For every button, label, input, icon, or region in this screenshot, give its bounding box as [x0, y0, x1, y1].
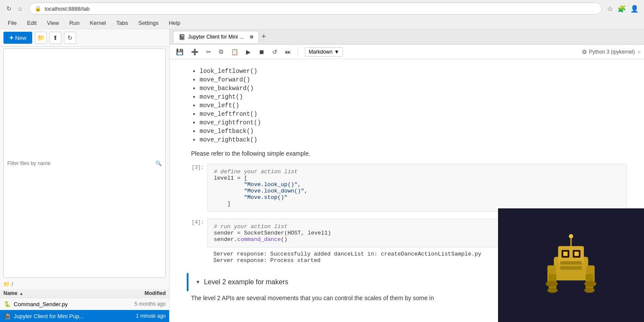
skip-button[interactable]: ⏭	[282, 47, 294, 57]
run-button[interactable]: ▶	[243, 47, 254, 57]
cell-3-label: [3]:	[187, 164, 204, 171]
folder-icon-breadcrumb: 📁	[3, 281, 10, 287]
python-file-icon: 🐍	[3, 300, 11, 308]
code-line-35: ]	[227, 201, 231, 207]
file-name-command-sender: Command_Sender.py	[14, 301, 114, 307]
menu-edit[interactable]: Edit	[23, 18, 41, 27]
code-line-41: sender = SocketSender(HOST, level1)	[214, 230, 331, 236]
profile-icon[interactable]: 👤	[630, 5, 639, 13]
cut-button[interactable]: ✂	[203, 47, 214, 57]
svg-point-11	[546, 281, 558, 287]
gear-icon[interactable]: ⚙	[582, 48, 587, 55]
intro-text: Please refer to the following simple exa…	[187, 150, 627, 157]
cell-4-label: [4]:	[187, 219, 204, 226]
code-comment-3: # define your action list	[214, 169, 298, 175]
menu-view[interactable]: View	[43, 18, 63, 27]
func-move-rightfront: move_rightfront()	[200, 119, 627, 126]
menubar: File Edit View Run Kernel Tabs Settings …	[0, 17, 644, 29]
file-name-jupyter-client: Jupyter Client for Mini Pup...	[14, 313, 114, 319]
address-bar[interactable]: 🔒 localhost:8888/lab	[29, 3, 602, 15]
browser-right-icons: ☆ 🧩 👤	[607, 5, 639, 13]
notebook-file-icon: 📓	[3, 312, 11, 320]
search-icon: 🔍	[155, 160, 162, 166]
code-line-42: sender.command_dance()	[214, 236, 288, 243]
dropdown-arrow: ▼	[334, 49, 339, 55]
section-toggle[interactable]: ▼	[195, 279, 200, 285]
refresh-btn[interactable]: ↻	[5, 5, 13, 12]
kernel-info: Python 3 (ipykernel) ○	[589, 49, 641, 55]
name-column-header[interactable]: Name ▲	[3, 290, 114, 296]
function-list: look_leftlower() move_forward() move_bac…	[187, 68, 627, 143]
code-block-3[interactable]: # define your action list level1 = [ "Mo…	[207, 164, 627, 212]
func-move-left: move_left()	[200, 102, 627, 109]
robot-overlay	[498, 208, 644, 322]
star-icon[interactable]: ☆	[607, 5, 613, 13]
cell-type-dropdown[interactable]: Markdown ▼	[305, 47, 343, 57]
menu-run[interactable]: Run	[65, 18, 84, 27]
kernel-status-icon: ○	[638, 49, 641, 55]
code-cell-3: [3]: # define your action list level1 = …	[187, 164, 627, 212]
upload-button[interactable]: ⬆	[49, 32, 61, 44]
tab-bar: 📓 Jupyter Client for Mini Pup +	[170, 29, 644, 45]
refresh-files-button[interactable]: ↻	[64, 32, 76, 44]
func-move-rightback: move_rightback()	[200, 136, 627, 143]
tab-unsaved-dot	[250, 35, 253, 39]
menu-file[interactable]: File	[3, 18, 21, 27]
add-tab-button[interactable]: +	[260, 32, 268, 41]
menu-settings[interactable]: Settings	[134, 18, 163, 27]
folder-icon: 📁	[37, 34, 45, 41]
toolbar-separator	[298, 48, 298, 56]
menu-kernel[interactable]: Kernel	[85, 18, 110, 27]
url-text: localhost:8888/lab	[45, 6, 90, 12]
new-button[interactable]: + New	[3, 32, 32, 44]
func-move-leftback: move_leftback()	[200, 128, 627, 135]
search-input[interactable]	[7, 160, 155, 166]
add-cell-button[interactable]: ➕	[188, 47, 201, 57]
stop-button[interactable]: ⏹	[255, 47, 267, 57]
browser-chrome: ↻ ⌂ 🔒 localhost:8888/lab ☆ 🧩 👤	[0, 0, 644, 17]
menu-tabs[interactable]: Tabs	[112, 18, 132, 27]
sort-arrow: ▲	[19, 291, 24, 296]
code-line-32: "Move.look_up()",	[240, 181, 301, 188]
folder-button[interactable]: 📁	[35, 32, 47, 44]
section-title-level2: Level 2 example for makers	[204, 278, 289, 286]
svg-rect-15	[560, 261, 582, 265]
code-comment-4: # run your action list	[214, 223, 288, 230]
modified-column-header: Modified	[114, 290, 166, 296]
svg-point-13	[547, 288, 558, 293]
plus-icon: +	[9, 34, 13, 42]
svg-point-14	[584, 288, 595, 293]
restart-button[interactable]: ↺	[269, 47, 280, 57]
menu-help[interactable]: Help	[164, 18, 185, 27]
extensions-icon[interactable]: 🧩	[617, 5, 626, 13]
file-item-jupyter-client[interactable]: 📓 Jupyter Client for Mini Pup... 1 minut…	[0, 310, 169, 322]
tab-label: Jupyter Client for Mini Pup	[188, 34, 247, 40]
svg-point-18	[569, 234, 573, 238]
refresh-icon: ↻	[67, 34, 73, 41]
name-header-label: Name	[3, 290, 18, 296]
notebook-toolbar: 💾 ➕ ✂ ⧉ 📋 ▶ ⏹ ↺ ⏭ Markdown ▼ ⚙ Python 3 …	[170, 45, 644, 59]
file-list-header: Name ▲ Modified	[0, 289, 169, 298]
cell-3-row: [3]: # define your action list level1 = …	[187, 164, 627, 212]
notebook-tab[interactable]: 📓 Jupyter Client for Mini Pup	[173, 31, 259, 43]
upload-icon: ⬆	[53, 34, 58, 41]
browser-topbar: ↻ ⌂ 🔒 localhost:8888/lab ☆ 🧩 👤	[0, 0, 644, 17]
cell-4-output-label	[187, 248, 204, 249]
home-btn[interactable]: ⌂	[16, 5, 24, 12]
file-modified-command-sender: 5 months ago	[114, 301, 166, 307]
cell-type-label: Markdown	[309, 49, 332, 55]
svg-rect-16	[560, 266, 582, 270]
paste-button[interactable]: 📋	[228, 47, 241, 57]
sidebar: + New 📁 ⬆ ↻ 🔍 📁 / Name ▲	[0, 29, 170, 322]
copy-button[interactable]: ⧉	[216, 46, 226, 57]
file-item-command-sender[interactable]: 🐍 Command_Sender.py 5 months ago	[0, 298, 169, 310]
code-line-31: level1 = [	[214, 175, 247, 181]
kernel-info-text: Python 3 (ipykernel)	[589, 49, 635, 55]
new-label: New	[15, 35, 26, 41]
tab-icon: 📓	[179, 34, 185, 40]
code-line-33: "Move.look_down()",	[240, 188, 307, 194]
file-modified-jupyter-client: 1 minute ago	[114, 313, 166, 319]
svg-rect-5	[563, 252, 568, 256]
search-bar[interactable]: 🔍	[3, 48, 166, 278]
save-button[interactable]: 💾	[173, 47, 186, 57]
